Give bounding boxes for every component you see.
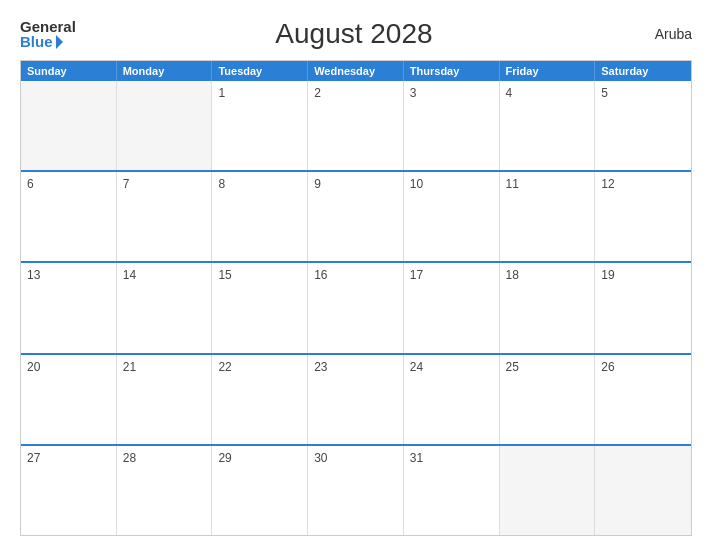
header-friday: Friday: [500, 61, 596, 81]
weeks-container: 1234567891011121314151617181920212223242…: [21, 81, 691, 535]
calendar-cell: 7: [117, 172, 213, 261]
calendar-cell: 12: [595, 172, 691, 261]
calendar-page: General Blue August 2028 Aruba Sunday Mo…: [0, 0, 712, 550]
calendar-cell: [21, 81, 117, 170]
day-number: 17: [410, 268, 493, 282]
calendar-week-3: 13141516171819: [21, 261, 691, 352]
day-number: 29: [218, 451, 301, 465]
calendar-cell: 11: [500, 172, 596, 261]
day-number: 30: [314, 451, 397, 465]
day-number: 19: [601, 268, 685, 282]
calendar-cell: 2: [308, 81, 404, 170]
day-number: 18: [506, 268, 589, 282]
day-number: 28: [123, 451, 206, 465]
calendar-cell: 23: [308, 355, 404, 444]
calendar-week-2: 6789101112: [21, 170, 691, 261]
calendar-cell: 13: [21, 263, 117, 352]
calendar-cell: [595, 446, 691, 535]
calendar-cell: 31: [404, 446, 500, 535]
calendar-grid: Sunday Monday Tuesday Wednesday Thursday…: [20, 60, 692, 536]
day-number: 24: [410, 360, 493, 374]
day-number: 16: [314, 268, 397, 282]
calendar-cell: 9: [308, 172, 404, 261]
day-number: 27: [27, 451, 110, 465]
calendar-cell: [500, 446, 596, 535]
day-number: 12: [601, 177, 685, 191]
day-number: 6: [27, 177, 110, 191]
day-number: 15: [218, 268, 301, 282]
day-number: 22: [218, 360, 301, 374]
logo-general-text: General: [20, 19, 76, 34]
day-number: 2: [314, 86, 397, 100]
day-number: 8: [218, 177, 301, 191]
calendar-cell: 24: [404, 355, 500, 444]
day-number: 13: [27, 268, 110, 282]
calendar-cell: [117, 81, 213, 170]
calendar-cell: 25: [500, 355, 596, 444]
day-number: 20: [27, 360, 110, 374]
day-number: 11: [506, 177, 589, 191]
calendar-cell: 6: [21, 172, 117, 261]
calendar-cell: 28: [117, 446, 213, 535]
header-monday: Monday: [117, 61, 213, 81]
calendar-week-1: 12345: [21, 81, 691, 170]
calendar-cell: 8: [212, 172, 308, 261]
header-tuesday: Tuesday: [212, 61, 308, 81]
logo: General Blue: [20, 19, 76, 49]
day-number: 14: [123, 268, 206, 282]
calendar-cell: 1: [212, 81, 308, 170]
header-saturday: Saturday: [595, 61, 691, 81]
calendar-cell: 20: [21, 355, 117, 444]
calendar-cell: 26: [595, 355, 691, 444]
calendar-cell: 30: [308, 446, 404, 535]
day-number: 26: [601, 360, 685, 374]
calendar-cell: 27: [21, 446, 117, 535]
day-number: 25: [506, 360, 589, 374]
calendar-title: August 2028: [76, 18, 632, 50]
calendar-cell: 14: [117, 263, 213, 352]
calendar-header-row: Sunday Monday Tuesday Wednesday Thursday…: [21, 61, 691, 81]
calendar-cell: 10: [404, 172, 500, 261]
day-number: 23: [314, 360, 397, 374]
day-number: 31: [410, 451, 493, 465]
calendar-cell: 29: [212, 446, 308, 535]
day-number: 21: [123, 360, 206, 374]
header: General Blue August 2028 Aruba: [20, 18, 692, 50]
day-number: 1: [218, 86, 301, 100]
calendar-cell: 5: [595, 81, 691, 170]
logo-triangle-icon: [56, 35, 63, 49]
day-number: 10: [410, 177, 493, 191]
calendar-cell: 4: [500, 81, 596, 170]
day-number: 9: [314, 177, 397, 191]
day-number: 7: [123, 177, 206, 191]
calendar-cell: 16: [308, 263, 404, 352]
calendar-week-5: 2728293031: [21, 444, 691, 535]
calendar-cell: 18: [500, 263, 596, 352]
header-wednesday: Wednesday: [308, 61, 404, 81]
calendar-cell: 19: [595, 263, 691, 352]
calendar-cell: 22: [212, 355, 308, 444]
day-number: 5: [601, 86, 685, 100]
country-label: Aruba: [632, 26, 692, 42]
calendar-cell: 17: [404, 263, 500, 352]
calendar-week-4: 20212223242526: [21, 353, 691, 444]
calendar-cell: 3: [404, 81, 500, 170]
calendar-cell: 21: [117, 355, 213, 444]
day-number: 4: [506, 86, 589, 100]
day-number: 3: [410, 86, 493, 100]
header-sunday: Sunday: [21, 61, 117, 81]
header-thursday: Thursday: [404, 61, 500, 81]
logo-blue-text: Blue: [20, 34, 63, 49]
calendar-cell: 15: [212, 263, 308, 352]
